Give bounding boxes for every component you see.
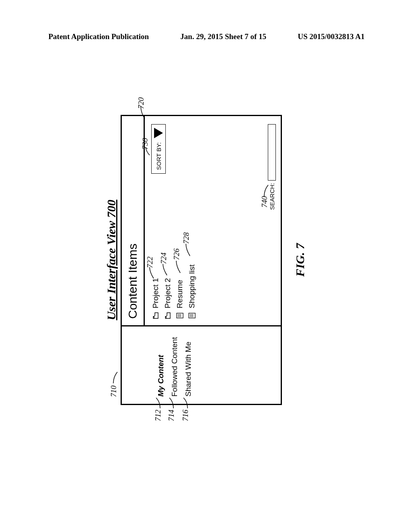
header-left: Patent Application Publication xyxy=(48,32,149,41)
leader-line xyxy=(183,394,188,409)
leader-line xyxy=(140,104,146,120)
leader-line xyxy=(145,141,150,156)
chevron-down-icon xyxy=(154,128,163,138)
nav-item-label: Shared With Me xyxy=(184,342,192,397)
leader-line xyxy=(169,394,174,409)
item-label: Project 1 xyxy=(151,278,160,308)
header-center: Jan. 29, 2015 Sheet 7 of 15 xyxy=(180,32,266,41)
figure-title: User Interface View 700 xyxy=(104,200,118,320)
ref-712: 712 xyxy=(154,410,163,422)
leader-line xyxy=(185,241,191,257)
svg-rect-0 xyxy=(177,313,183,318)
ref-716: 716 xyxy=(181,410,190,422)
nav-item-my-content[interactable]: My Content xyxy=(154,326,168,404)
item-label: Project 2 xyxy=(163,278,172,308)
content-body: Project 1 Project 2 xyxy=(145,116,281,325)
figure-area: User Interface View 700 My Content Follo… xyxy=(48,69,363,451)
sort-label: SORT BY: xyxy=(155,142,162,170)
item-label: Shopping list xyxy=(188,264,196,308)
document-icon xyxy=(188,312,196,319)
nav-item-label: My Content xyxy=(156,355,165,397)
list-item[interactable]: Resume xyxy=(175,123,184,319)
nav-item-label: Followed Content xyxy=(170,337,179,397)
patent-page: Patent Application Publication Jan. 29, … xyxy=(0,0,413,532)
page-header: Patent Application Publication Jan. 29, … xyxy=(0,32,413,41)
figure-label: FIG. 7 xyxy=(293,243,307,276)
leader-line xyxy=(263,182,269,197)
ref-740: 740 xyxy=(260,196,269,208)
nav-item-followed-content[interactable]: Followed Content xyxy=(168,326,181,404)
list-item[interactable]: Shopping list xyxy=(188,123,196,319)
leader-line xyxy=(149,264,154,279)
svg-rect-4 xyxy=(189,313,195,318)
document-icon xyxy=(176,312,184,319)
nav-pane: My Content Followed Content Shared With … xyxy=(122,325,281,404)
ui-window: My Content Followed Content Shared With … xyxy=(121,115,282,405)
header-right: US 2015/0032813 A1 xyxy=(298,32,365,41)
search-label: SEARCH: xyxy=(269,183,275,210)
leader-line xyxy=(113,369,118,384)
search-control: SEARCH: xyxy=(268,124,276,210)
leader-line xyxy=(162,261,168,276)
folder-icon xyxy=(152,312,160,319)
nav-item-shared-with-me[interactable]: Shared With Me xyxy=(181,326,195,404)
folder-icon xyxy=(164,312,172,319)
ref-710: 710 xyxy=(109,386,118,397)
leader-line xyxy=(155,394,161,409)
rotated-figure: User Interface View 700 My Content Follo… xyxy=(104,115,307,405)
item-label: Resume xyxy=(175,280,184,308)
search-input[interactable] xyxy=(268,124,276,181)
ref-714: 714 xyxy=(167,410,176,422)
leader-line xyxy=(175,258,181,274)
sort-by-control[interactable]: SORT BY: xyxy=(151,124,166,174)
